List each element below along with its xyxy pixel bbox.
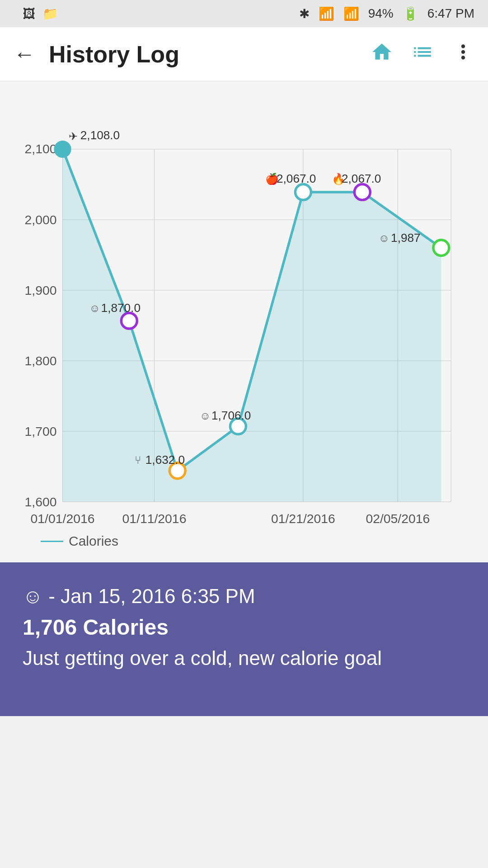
battery-text: 94% [368,6,394,21]
home-icon[interactable] [371,41,393,68]
dp5-label: 2,067.0 [277,172,316,185]
time-text: 6:47 PM [427,6,474,21]
folder-icon: 📁 [42,6,58,21]
info-calories: 1,706 Calories [23,615,465,640]
dp2-icon: ☺ [89,302,100,314]
legend-label: Calories [69,533,118,549]
datapoint-7[interactable] [433,240,449,256]
wifi-icon: 📶 [319,6,334,21]
dp7-label: 1,987 [391,231,421,245]
chart-fill-area [63,149,441,502]
x-label-1: 01/01/2016 [31,511,95,526]
app-bar-actions [371,41,474,68]
x-label-2: 01/11/2016 [122,511,186,526]
y-label-2000: 2,000 [24,212,56,227]
status-bar: 🖼 📁 ✱ 📶 📶 94% 🔋 6:47 PM [0,0,488,27]
y-label-1600: 1,600 [24,495,56,509]
y-label-1800: 1,800 [24,354,56,368]
datapoint-1[interactable] [55,142,70,157]
app-bar: ← History Log [0,27,488,81]
calories-chart[interactable]: 2,100 2,000 1,900 1,800 1,700 1,600 [0,95,488,529]
dp6-label: 2,067.0 [342,172,381,185]
dp3-label: 1,632.0 [145,453,185,467]
datapoint-2[interactable] [121,313,137,329]
y-label-1700: 1,700 [24,424,56,439]
y-label-1900: 1,900 [24,283,56,297]
dp4-label: 1,706.0 [211,409,251,422]
bluetooth-icon: ✱ [299,6,310,21]
dp1-icon: ✈ [69,130,78,142]
datapoint-6[interactable] [354,184,370,200]
chart-container: 2,100 2,000 1,900 1,800 1,700 1,600 [0,81,488,562]
page-title: History Log [49,41,357,68]
legend-line-indicator [41,541,63,542]
x-label-4: 02/05/2016 [366,511,430,526]
dp2-label: 1,870.0 [101,301,141,315]
battery-icon: 🔋 [403,6,418,21]
chart-wrapper: 2,100 2,000 1,900 1,800 1,700 1,600 [0,95,488,529]
dp7-icon: ☺ [379,232,390,244]
datapoint-5[interactable] [295,184,311,200]
x-label-3: 01/21/2016 [271,511,335,526]
signal-icon: 📶 [343,6,359,21]
dp3-icon: ⑂ [135,454,141,466]
info-note: Just getting over a cold, new calorie go… [23,647,465,670]
info-datetime: ☺ - Jan 15, 2016 6:35 PM [23,585,465,608]
list-icon[interactable] [411,41,434,68]
photo-icon: 🖼 [23,6,35,21]
dp1-label: 2,108.0 [80,128,120,142]
chart-legend: Calories [0,529,488,553]
y-label-2100: 2,100 [24,142,56,156]
dp4-icon: ☺ [200,410,211,422]
back-button[interactable]: ← [14,42,35,66]
more-icon[interactable] [452,41,474,68]
info-panel: ☺ - Jan 15, 2016 6:35 PM 1,706 Calories … [0,562,488,716]
